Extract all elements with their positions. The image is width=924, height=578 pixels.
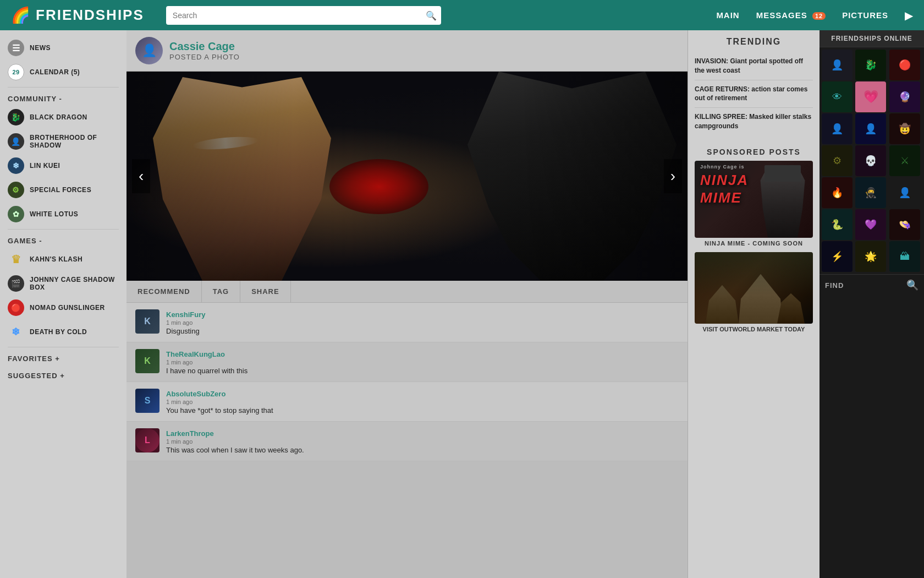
sidebar-item-kahns-klash[interactable]: ♛ KAHN'S KLASH [0,247,127,271]
sidebar-item-news[interactable]: ☰ NEWS [0,36,127,60]
trending-item-1[interactable]: INVASION: Giant portal spotted off the w… [695,52,813,80]
news-icon: ☰ [8,40,24,56]
friendships-title: FRIENDSHIPS ONLINE [820,30,924,47]
nav-icon-btn[interactable]: ▶ [905,9,913,22]
photo-prev-btn[interactable]: ‹ [132,159,150,193]
sidebar-item-brotherhood[interactable]: 👤 BROTHERHOOD OF SHADOW [0,129,127,154]
sidebar-nomad-label: NOMAD GUNSLINGER [30,304,105,312]
scorpion-silhouette [468,72,676,281]
trending-item-2[interactable]: CAGE RETURNS: action star comes out of r… [695,80,813,108]
friend-avatar[interactable]: 🔮 [889,81,920,112]
mk-photo [127,72,688,281]
comment-row: L LarkenThrope 1 min ago This was cool w… [127,422,688,461]
friend-avatar[interactable]: ⚔ [889,145,920,176]
friend-avatar[interactable]: 👤 [822,113,853,144]
friend-avatar[interactable]: 🌟 [855,241,886,272]
comment-avatar-4: L [135,428,160,452]
friend-avatar[interactable]: ⚡ [822,241,853,272]
outworld-caption[interactable]: VISIT OUTWORLD MARKET TODAY [695,326,813,332]
sidebar-item-special-forces[interactable]: ⚙ SPECIAL FORCES [0,178,127,202]
nav-main[interactable]: MAIN [716,10,739,20]
post-user-info: Cassie Cage POSTED A PHOTO [169,40,240,61]
comment-username-1[interactable]: KenshiFury [166,310,206,319]
sidebar-suggested[interactable]: SUGGESTED + [0,367,127,384]
trending-text-2: CAGE RETURNS: action star comes out of r… [695,85,813,103]
trending-title: TRENDING [695,37,813,47]
comment-row: K KenshiFury 1 min ago Disgusting [127,303,688,342]
post-header: 👤 Cassie Cage POSTED A PHOTO [127,30,688,72]
comment-row: S AbsoluteSubZero 1 min ago You have *go… [127,382,688,422]
sidebar-item-calendar[interactable]: 29 CALENDAR (5) [0,60,127,84]
comments-section: K KenshiFury 1 min ago Disgusting K TheR… [127,303,688,461]
sidebar-item-death-by-cold[interactable]: ❄ DEATH BY COLD [0,320,127,344]
sidebar-death-label: DEATH BY COLD [30,328,87,336]
rainbow-icon: 🌈 [11,6,30,24]
comment-username-3[interactable]: AbsoluteSubZero [166,390,226,398]
sidebar-item-white-lotus[interactable]: ✿ WHITE LOTUS [0,202,127,226]
sidebar-item-black-dragon[interactable]: 🐉 BLACK DRAGON [0,105,127,129]
ninja-mime-subtitle: MIME [700,189,742,206]
johnny-cage-icon: 🎬 [8,275,24,292]
trending-text-3: KILLING SPREE: Masked killer stalks camp… [695,112,813,131]
sidebar: ☰ NEWS 29 CALENDAR (5) COMMUNITY - 🐉 BLA… [0,30,127,578]
brotherhood-icon: 👤 [8,133,24,150]
friend-avatar[interactable]: 💀 [855,145,886,176]
friend-avatar[interactable]: 👤 [822,50,853,80]
blood-orb [329,159,428,214]
friend-avatar[interactable]: 👁 [822,81,853,112]
search-icon-btn[interactable]: 🔍 [426,10,437,20]
friend-avatar[interactable]: ⚙ [822,145,853,176]
comment-body-4: LarkenThrope 1 min ago This was cool whe… [166,428,679,454]
comment-avatar-1: K [135,309,160,334]
find-section: FIND 🔍 [820,274,924,296]
games-divider [8,229,119,230]
sidebar-special-forces-label: SPECIAL FORCES [30,186,91,194]
sidebar-item-lin-kuei[interactable]: ❄ LIN KUEI [0,154,127,178]
share-btn[interactable]: SHARE [240,281,291,302]
main-layout: ☰ NEWS 29 CALENDAR (5) COMMUNITY - 🐉 BLA… [0,30,924,578]
friend-avatar[interactable]: 🔥 [822,177,853,208]
tag-btn[interactable]: TAG [202,281,240,302]
comment-username-4[interactable]: LarkenThrope [166,429,214,438]
friend-avatar[interactable]: 👤 [855,113,886,144]
recommend-btn[interactable]: RECOMMEND [127,281,202,302]
post-avatar-img: 👤 [135,37,163,64]
sidebar-item-nomad[interactable]: 🔴 NOMAD GUNSLINGER [0,296,127,320]
friend-avatar[interactable]: 🐉 [855,50,886,80]
post-username[interactable]: Cassie Cage [169,40,240,53]
comment-username-2[interactable]: TheRealKungLao [166,350,225,358]
outworld-ad[interactable]: VISIT OUTWORLD MARKET TODAY [695,252,813,332]
friend-avatar[interactable]: 🐍 [822,209,853,240]
ninja-mime-ad[interactable]: Johnny Cage is NINJA MIME NINJA MIME - C… [695,161,813,247]
friend-avatar[interactable]: 🥷 [855,177,886,208]
find-label: FIND [825,281,902,290]
photo-next-btn[interactable]: › [664,159,682,193]
friend-avatar[interactable]: 🔴 [889,50,920,80]
friend-avatar[interactable]: 💗 [855,81,886,112]
sidebar-johnny-cage-label: JOHNNY CAGE SHADOW BOX [30,276,119,292]
comment-time-4: 1 min ago [166,438,679,445]
top-bar: 🌈 FRIENDSHIPS 🔍 MAIN MESSAGES 12 PICTURE… [0,0,924,30]
search-input[interactable] [166,6,441,25]
photo-container: ‹ › [127,72,688,281]
trending-item-3[interactable]: KILLING SPREE: Masked killer stalks camp… [695,108,813,135]
black-dragon-icon: 🐉 [8,109,24,126]
calendar-icon: 29 [8,64,24,80]
comment-text-4: This was cool when I saw it two weeks ag… [166,446,679,454]
sponsored-title: SPONSORED POSTS [695,148,813,156]
friend-avatar[interactable]: 💜 [855,209,886,240]
post-actions: RECOMMEND TAG SHARE [127,281,688,303]
nav-messages[interactable]: MESSAGES 12 [756,10,826,20]
friend-avatar[interactable]: 👤 [889,177,920,208]
outworld-structure-3 [777,293,805,324]
nav-pictures[interactable]: PICTURES [842,10,888,20]
friend-avatar[interactable]: 🤠 [889,113,920,144]
friend-avatar[interactable]: 👒 [889,209,920,240]
right-sidebar: TRENDING INVASION: Giant portal spotted … [688,30,820,578]
friend-avatar[interactable]: 🏔 [889,241,920,272]
sidebar-item-johnny-cage[interactable]: 🎬 JOHNNY CAGE SHADOW BOX [0,271,127,296]
sidebar-favorites[interactable]: FAVORITES + [0,350,127,367]
comment-time-2: 1 min ago [166,359,679,366]
sidebar-kahns-klash-label: KAHN'S KLASH [30,255,82,263]
find-icon-btn[interactable]: 🔍 [906,279,919,291]
